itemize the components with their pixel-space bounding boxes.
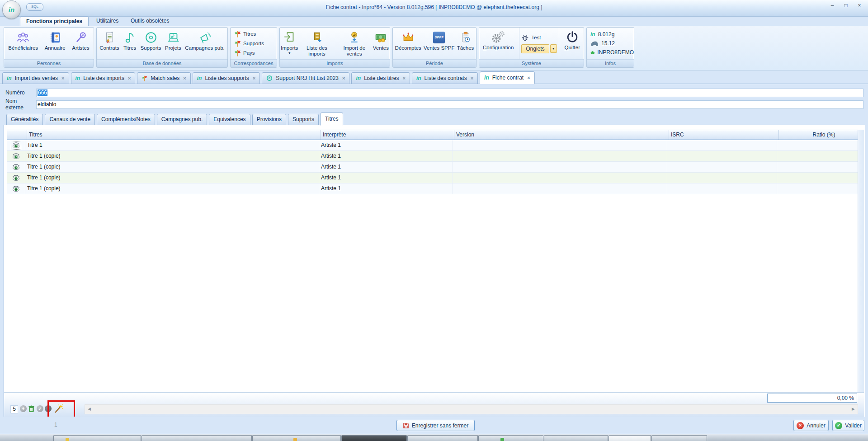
correspondance-pays-button[interactable]: Pays [234,49,275,57]
table-row[interactable]: Titre 1 Artiste 1 [7,140,858,151]
numero-input[interactable]: 666 [36,89,863,97]
cell-version[interactable] [453,162,667,172]
cell-ratio[interactable] [777,151,868,161]
column-header-ratio[interactable]: Ratio (%) [779,130,868,140]
close-tab-icon[interactable]: × [183,75,186,81]
cell-titre[interactable]: Titre 1 (copie) [25,183,319,194]
taskbar-item[interactable] [407,435,478,441]
save-without-closing-button[interactable]: Enregistrer sans fermer [396,420,475,431]
taches-button[interactable]: Tâches [457,28,474,59]
taskbar-item[interactable] [651,435,707,441]
campagnes-pub-button[interactable]: Campagnes pub. [185,28,225,59]
liste-des-imports-button[interactable]: Liste des imports [298,28,335,59]
cell-ratio[interactable] [777,140,868,150]
table-row[interactable]: Titre 1 (copie) Artiste 1 [7,183,858,194]
cell-ratio[interactable] [777,183,868,194]
doc-tab-liste-des-supports[interactable]: in Liste des supports × [193,72,260,84]
cell-ratio[interactable] [777,162,868,172]
cell-isrc[interactable] [667,140,777,150]
supports-button[interactable]: Supports [141,28,161,59]
cell-titre[interactable]: Titre 1 [25,140,319,150]
annuaire-button[interactable]: Annuaire [45,28,66,59]
cell-version[interactable] [453,173,667,183]
doc-tab-liste-des-contrats[interactable]: in Liste des contrats × [412,72,478,84]
tab-titres[interactable]: Titres [321,113,343,126]
table-row[interactable]: Titre 1 (copie) Artiste 1 [7,173,858,183]
cell-version[interactable] [453,151,667,161]
cell-version[interactable] [453,183,667,194]
close-tab-icon[interactable]: × [61,75,64,81]
correspondance-supports-button[interactable]: Supports [234,40,275,47]
decomptes-button[interactable]: Décomptes [395,28,421,59]
close-tab-icon[interactable]: × [253,75,255,81]
onglets-dropdown-button[interactable]: ▾ [550,44,557,53]
delete-row-button[interactable] [28,405,35,414]
column-header-titres[interactable]: Titres [27,130,321,140]
menu-tab-utilitaires[interactable]: Utilitaires [90,16,124,25]
test-button[interactable]: Test [521,34,541,42]
tab-equivalences[interactable]: Equivalences [209,114,250,125]
tab-provisions[interactable]: Provisions [252,114,286,125]
cell-interprete[interactable]: Artiste 1 [319,173,453,183]
taskbar-item[interactable] [142,435,252,441]
validate-button[interactable]: ✓ Valider [832,420,864,431]
cell-titre[interactable]: Titre 1 (copie) [25,173,319,183]
beneficiaires-button[interactable]: Bénéficiaires [8,28,38,59]
menu-tab-outils-obsoletes[interactable]: Outils obsolètes [125,16,175,25]
taskbar-item[interactable] [341,435,407,441]
cell-interprete[interactable]: Artiste 1 [319,162,453,172]
tab-complements-notes[interactable]: Compléments/Notes [97,114,155,125]
vertical-scrollbar[interactable] [858,130,864,392]
scroll-left-icon[interactable]: ◀ [88,407,91,411]
onglets-button[interactable]: Onglets [521,44,549,53]
column-header-icon[interactable] [7,130,27,140]
cell-titre[interactable]: Titre 1 (copie) [25,162,319,172]
taskbar-item[interactable] [478,435,543,441]
cell-isrc[interactable] [667,173,777,183]
taskbar-item[interactable] [252,435,341,441]
table-row[interactable]: Titre 1 (copie) Artiste 1 [7,162,858,173]
cell-version[interactable] [453,140,667,150]
close-tab-icon[interactable]: × [527,75,530,80]
quitter-button[interactable]: Quitter [565,28,580,59]
nom-externe-input[interactable]: eldiablo [36,100,863,109]
ventes-sppf-button[interactable]: SPPF Ventes SPPF [424,28,454,59]
correspondance-titres-button[interactable]: Titres [234,30,275,38]
contrats-button[interactable]: Contrats [99,28,119,59]
view-row-button[interactable] [11,174,21,182]
cell-titre[interactable]: Titre 1 (copie) [25,151,319,161]
add-row-button[interactable]: + [20,405,27,412]
doc-tab-import-des-ventes[interactable]: in Import des ventes × [2,72,69,84]
close-tab-icon[interactable]: × [403,75,406,81]
doc-tab-support-nrj-hit-list[interactable]: Support NRJ Hit List 2023 × [262,72,349,84]
maximize-button[interactable]: □ [843,2,849,9]
cell-isrc[interactable] [667,151,777,161]
view-row-button[interactable] [11,163,21,171]
ventes-button[interactable]: Ventes [373,28,389,59]
table-row[interactable]: Titre 1 (copie) Artiste 1 [7,151,858,162]
artistes-button[interactable]: Artistes [72,28,89,59]
doc-tab-liste-des-imports[interactable]: in Liste des imports × [71,72,136,84]
view-row-button[interactable] [11,185,21,192]
tab-campagnes-pub[interactable]: Campagnes pub. [157,114,207,125]
taskbar-item[interactable] [544,435,608,441]
import-de-ventes-button[interactable]: Import de ventes [336,28,373,59]
column-header-isrc[interactable]: ISRC [669,130,779,140]
taskbar-item[interactable] [609,435,651,441]
configuration-button[interactable]: Configuration [483,28,514,59]
column-header-interprete[interactable]: Interprète [321,130,454,140]
scroll-right-icon[interactable]: ▶ [852,407,855,411]
tab-generalites[interactable]: Généralités [6,114,43,125]
tab-supports[interactable]: Supports [288,114,319,125]
view-row-button[interactable] [11,152,21,160]
close-button[interactable]: × [856,2,863,9]
menu-tab-fonctions-principales[interactable]: Fonctions principales [20,16,89,26]
column-header-version[interactable]: Version [454,130,669,140]
cell-interprete[interactable]: Artiste 1 [319,151,453,161]
minimize-button[interactable]: – [829,2,835,9]
close-tab-icon[interactable]: × [128,75,131,81]
imports-button[interactable]: Imports ▾ [281,28,298,59]
taskbar-item[interactable] [53,435,141,441]
validate-row-button[interactable]: ✓ [37,405,43,412]
tab-canaux-de-vente[interactable]: Canaux de vente [45,114,95,125]
